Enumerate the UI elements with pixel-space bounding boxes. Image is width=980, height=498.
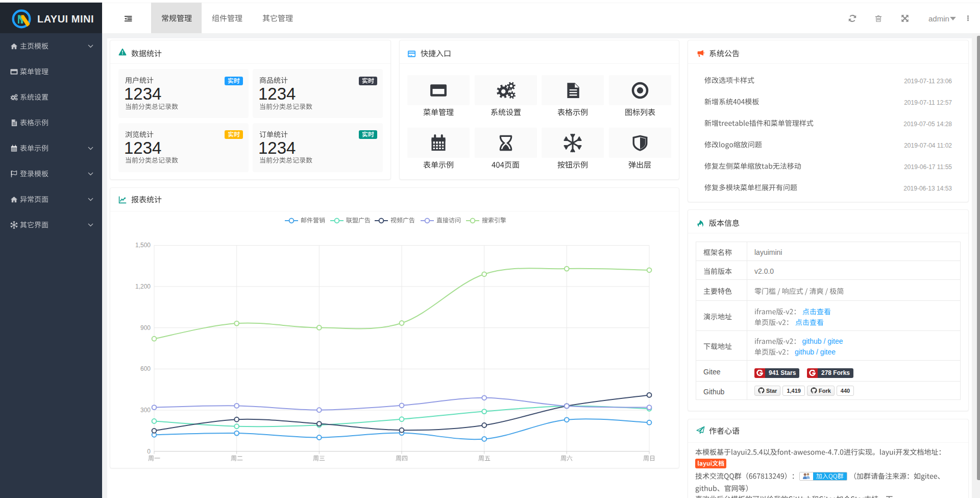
svg-text:900: 900 — [140, 324, 151, 331]
svg-text:600: 600 — [140, 365, 151, 372]
svg-text:300: 300 — [140, 407, 151, 414]
svg-text:0: 0 — [147, 448, 151, 455]
svg-text:1,500: 1,500 — [135, 242, 151, 249]
svg-text:1,200: 1,200 — [135, 283, 151, 290]
